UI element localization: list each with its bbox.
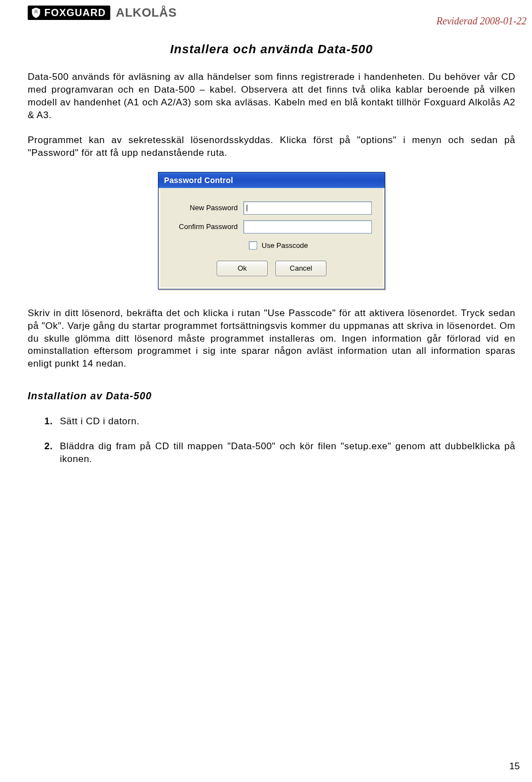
dialog-button-row: Ok Cancel xyxy=(171,261,372,276)
use-passcode-checkbox[interactable] xyxy=(249,241,257,250)
brand-secondary-text: ALKOLÅS xyxy=(116,6,177,20)
paragraph-2: Programmet kan av sekretesskäl lösenords… xyxy=(28,134,515,160)
install-subheading: Installation av Data-500 xyxy=(28,390,515,402)
dialog-screenshot: Password Control New Password | Confirm … xyxy=(28,172,515,290)
use-passcode-row: Use Passcode xyxy=(249,241,372,250)
dialog-titlebar: Password Control xyxy=(158,172,385,188)
step-text: Bläddra dig fram på CD till mappen "Data… xyxy=(60,440,515,466)
dialog-body: New Password | Confirm Password Use Pass… xyxy=(160,189,383,288)
foxguard-logo: FOXGUARD xyxy=(28,6,110,20)
confirm-password-row: Confirm Password xyxy=(171,220,372,233)
ok-button[interactable]: Ok xyxy=(217,261,268,276)
document-content: Installera och använda Data-500 Data-500… xyxy=(28,42,515,466)
page-title: Installera och använda Data-500 xyxy=(28,42,515,57)
fox-shield-icon xyxy=(30,7,42,19)
new-password-row: New Password | xyxy=(171,201,372,215)
confirm-password-label: Confirm Password xyxy=(171,222,243,231)
paragraph-1: Data-500 används för avläsning av alla h… xyxy=(28,71,515,122)
new-password-input[interactable]: | xyxy=(243,201,372,215)
install-steps-list: 1. Sätt i CD i datorn. 2. Bläddra dig fr… xyxy=(44,415,515,466)
confirm-password-input[interactable] xyxy=(243,220,372,233)
list-item: 1. Sätt i CD i datorn. xyxy=(44,415,515,428)
step-text: Sätt i CD i datorn. xyxy=(60,415,515,428)
use-passcode-label: Use Passcode xyxy=(262,241,308,250)
new-password-label: New Password xyxy=(171,204,243,212)
cancel-button[interactable]: Cancel xyxy=(275,261,326,276)
password-control-dialog: Password Control New Password | Confirm … xyxy=(158,172,385,290)
brand-primary-text: FOXGUARD xyxy=(44,7,106,19)
page-number: 15 xyxy=(509,761,520,772)
step-number: 2. xyxy=(44,440,60,466)
list-item: 2. Bläddra dig fram på CD till mappen "D… xyxy=(44,440,515,466)
revision-date: Reviderad 2008-01-22 xyxy=(437,16,526,27)
step-number: 1. xyxy=(44,415,60,428)
paragraph-3: Skriv in ditt lösenord, bekräfta det och… xyxy=(28,307,515,371)
